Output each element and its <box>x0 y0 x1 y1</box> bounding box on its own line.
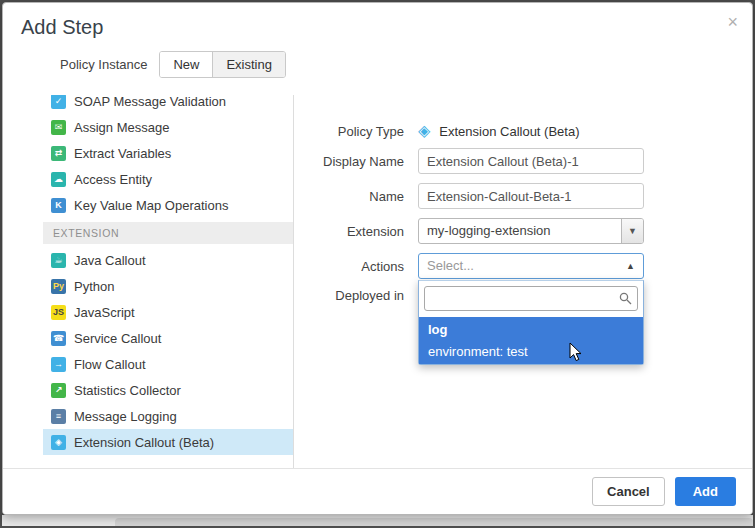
extension-callout-icon: ◈ <box>51 435 66 450</box>
modal-header: Add Step × <box>3 3 752 45</box>
extension-label: Extension <box>294 224 404 239</box>
modal-footer: Cancel Add <box>3 468 752 514</box>
sidebar-item[interactable]: ↗Statistics Collector <box>43 377 293 403</box>
sidebar-item[interactable]: ◈Extension Callout (Beta) <box>43 429 293 455</box>
chevron-up-icon: ▲ <box>626 254 635 278</box>
policy-form: Policy Type ◈ Extension Callout (Beta) D… <box>294 95 752 303</box>
sidebar-item-label: SOAP Message Validation <box>74 95 226 109</box>
policy-type-value-wrap: ◈ Extension Callout (Beta) <box>418 123 580 139</box>
sidebar-item[interactable]: JSJavaScript <box>43 299 293 325</box>
sidebar-item[interactable]: PyPython <box>43 273 293 299</box>
policy-type-label: Policy Type <box>294 124 404 139</box>
message-logging-icon: ≡ <box>51 409 66 424</box>
close-icon[interactable]: × <box>727 13 738 31</box>
name-input[interactable] <box>418 183 644 209</box>
sidebar-item[interactable]: →Flow Callout <box>43 351 293 377</box>
sidebar-item-label: Extract Variables <box>74 146 171 161</box>
policy-instance-label: Policy Instance <box>60 57 147 72</box>
dropdown-search-wrap <box>419 281 643 316</box>
sidebar-item-label: Flow Callout <box>74 357 146 372</box>
sidebar-item-label: Service Callout <box>74 331 161 346</box>
sidebar-item[interactable]: ☕Java Callout <box>43 247 293 273</box>
modal-title: Add Step <box>21 16 734 39</box>
background-page <box>2 515 753 526</box>
policy-sidebar-list: ✓SOAP Message Validation✉Assign Message⇄… <box>3 95 293 468</box>
tab-new[interactable]: New <box>160 52 212 77</box>
key-value-map-operations-icon: K <box>51 198 66 213</box>
sidebar-item-label: Message Logging <box>74 409 177 424</box>
actions-row: Actions Select... ▲ <box>294 253 752 279</box>
dropdown-option[interactable]: log <box>419 317 643 339</box>
sidebar-item-label: Assign Message <box>74 120 169 135</box>
sidebar-item-label: Statistics Collector <box>74 383 181 398</box>
sidebar-item[interactable]: ☎Service Callout <box>43 325 293 351</box>
service-callout-icon: ☎ <box>51 331 66 346</box>
sidebar-section-header: EXTENSION <box>43 222 293 244</box>
sidebar-item[interactable]: ☁Access Entity <box>43 166 293 192</box>
sidebar-item-label: Python <box>74 279 114 294</box>
javascript-icon: JS <box>51 305 66 320</box>
display-name-label: Display Name <box>294 154 404 169</box>
soap-message-validation-icon: ✓ <box>51 95 66 109</box>
sidebar-item[interactable]: ⇄Extract Variables <box>43 140 293 166</box>
cancel-button[interactable]: Cancel <box>592 477 665 506</box>
python-icon: Py <box>51 279 66 294</box>
display-name-input[interactable] <box>418 148 644 174</box>
extension-row: Extension my-logging-extension ▼ <box>294 218 752 244</box>
policy-instance-row: Policy Instance New Existing <box>60 51 752 78</box>
display-name-row: Display Name <box>294 148 752 174</box>
sidebar-item-label: Extension Callout (Beta) <box>74 435 214 450</box>
sidebar-item-label: JavaScript <box>74 305 135 320</box>
extension-select[interactable]: my-logging-extension ▼ <box>418 218 644 244</box>
flow-callout-icon: → <box>51 357 66 372</box>
access-entity-icon: ☁ <box>51 172 66 187</box>
extension-callout-icon: ◈ <box>418 123 430 139</box>
actions-label: Actions <box>294 259 404 274</box>
background-panel <box>115 518 753 526</box>
extension-select-value: my-logging-extension <box>427 223 551 238</box>
policy-type-row: Policy Type ◈ Extension Callout (Beta) <box>294 123 752 139</box>
add-step-modal: Add Step × Policy Instance New Existing … <box>2 2 753 515</box>
deployed-in-label: Deployed in <box>294 288 404 303</box>
modal-content: ✓SOAP Message Validation✉Assign Message⇄… <box>3 95 752 468</box>
policy-type-value: Extension Callout (Beta) <box>439 124 579 139</box>
name-label: Name <box>294 189 404 204</box>
screen: Add Step × Policy Instance New Existing … <box>0 0 755 528</box>
sidebar-item-label: Key Value Map Operations <box>74 198 228 213</box>
dropdown-search-input[interactable] <box>424 286 638 311</box>
policy-instance-tabs: New Existing <box>159 51 286 78</box>
actions-select[interactable]: Select... ▲ <box>418 253 644 279</box>
java-callout-icon: ☕ <box>51 253 66 268</box>
cursor-pointer-icon <box>569 342 583 362</box>
sidebar-item-label: Java Callout <box>74 253 146 268</box>
assign-message-icon: ✉ <box>51 120 66 135</box>
sidebar-item[interactable]: ✉Assign Message <box>43 114 293 140</box>
chevron-down-icon[interactable]: ▼ <box>621 219 643 243</box>
policy-form-panel: Policy Type ◈ Extension Callout (Beta) D… <box>293 95 752 468</box>
tab-existing[interactable]: Existing <box>212 52 285 77</box>
actions-dropdown-options: logenvironment: test <box>419 317 643 364</box>
sidebar-item[interactable]: ≡Message Logging <box>43 403 293 429</box>
add-button[interactable]: Add <box>675 477 736 506</box>
search-icon <box>619 292 632 305</box>
extract-variables-icon: ⇄ <box>51 146 66 161</box>
actions-dropdown-panel: logenvironment: test <box>418 280 644 365</box>
sidebar-item[interactable]: ✓SOAP Message Validation <box>43 95 293 114</box>
statistics-collector-icon: ↗ <box>51 383 66 398</box>
actions-select-value: Select... <box>427 258 474 273</box>
name-row: Name <box>294 183 752 209</box>
dropdown-option[interactable]: environment: test <box>419 339 643 364</box>
sidebar-item-label: Access Entity <box>74 172 152 187</box>
sidebar-item[interactable]: KKey Value Map Operations <box>43 192 293 218</box>
